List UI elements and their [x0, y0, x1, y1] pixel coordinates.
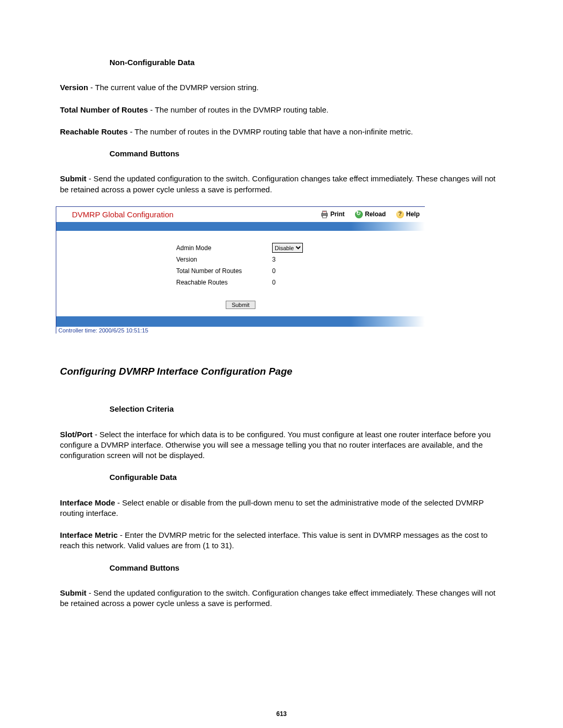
desc-slotport: - Select the interface for which data is…	[60, 430, 491, 460]
help-icon	[396, 211, 404, 218]
help-button[interactable]: Help	[396, 211, 420, 218]
para-interface-mode: Interface Mode - Select enable or disabl…	[60, 498, 503, 519]
para-reachable-routes: Reachable Routes - The number of routes …	[60, 127, 503, 137]
panel-statusbar: Controller time: 2000/6/25 10:51:15	[56, 327, 425, 334]
row-reachable-routes: Reachable Routes 0	[56, 277, 425, 288]
term-total-routes: Total Number of Routes	[60, 105, 148, 114]
reload-icon	[355, 211, 363, 218]
desc-interface-mode: - Select enable or disable from the pull…	[60, 498, 484, 517]
reload-label: Reload	[365, 211, 386, 218]
desc-interface-metric: - Enter the DVMRP metric for the selecte…	[60, 530, 487, 550]
admin-mode-select[interactable]: Disable	[272, 243, 303, 253]
print-icon	[321, 211, 328, 218]
para-submit-2: Submit - Send the updated configuration …	[60, 588, 503, 609]
value-total-routes: 0	[270, 267, 276, 275]
para-version: Version - The current value of the DVMRP…	[60, 82, 503, 93]
para-submit-1: Submit - Send the updated configuration …	[60, 174, 503, 195]
svg-rect-2	[322, 215, 326, 218]
heading-command-buttons-2: Command Buttons	[109, 563, 503, 573]
heading-selection-criteria: Selection Criteria	[109, 404, 503, 414]
term-interface-mode: Interface Mode	[60, 498, 115, 507]
term-submit-1: Submit	[60, 174, 87, 183]
para-slotport: Slot/Port - Select the interface for whi…	[60, 429, 503, 461]
desc-total-routes: - The number of routes in the DVMRP rout…	[148, 105, 328, 114]
panel-divider-top	[56, 222, 425, 231]
svg-rect-1	[322, 211, 326, 214]
desc-reachable-routes: - The number of routes in the DVMRP rout…	[128, 127, 413, 136]
desc-version: - The current value of the DVMRP version…	[88, 83, 259, 92]
term-interface-metric: Interface Metric	[60, 530, 118, 539]
panel-titlebar: DVMRP Global Configuration Print Reload …	[56, 206, 425, 222]
section-title-interface-config: Configuring DVMRP Interface Configuratio…	[60, 365, 503, 378]
value-version: 3	[270, 256, 276, 263]
row-version: Version 3	[56, 254, 425, 265]
term-submit-2: Submit	[60, 588, 87, 597]
panel-divider-bottom	[56, 316, 425, 327]
doc-text: Non-Configurable Data Version - The curr…	[60, 57, 503, 195]
para-interface-metric: Interface Metric - Enter the DVMRP metri…	[60, 530, 503, 551]
page-number: 613	[0, 710, 563, 718]
panel-body: Admin Mode Disable Version 3 Total Numbe…	[56, 231, 425, 316]
label-version: Version	[56, 256, 270, 263]
heading-nonconf-data: Non-Configurable Data	[109, 57, 503, 68]
print-label: Print	[331, 211, 345, 218]
term-reachable-routes: Reachable Routes	[60, 127, 128, 136]
heading-command-buttons-1: Command Buttons	[109, 149, 503, 159]
panel-title: DVMRP Global Configuration	[72, 210, 310, 219]
value-reachable-routes: 0	[270, 279, 276, 286]
heading-configurable-data: Configurable Data	[109, 472, 503, 483]
doc-text-lower: Configuring DVMRP Interface Configuratio…	[60, 365, 503, 609]
help-label: Help	[406, 211, 420, 218]
row-total-routes: Total Number of Routes 0	[56, 265, 425, 277]
label-admin-mode: Admin Mode	[56, 244, 270, 252]
desc-submit-2: - Send the updated configuration to the …	[60, 588, 495, 608]
desc-submit-1: - Send the updated configuration to the …	[60, 174, 495, 193]
dvmrp-global-config-panel: DVMRP Global Configuration Print Reload …	[56, 206, 425, 334]
submit-button[interactable]: Submit	[226, 301, 255, 309]
reload-button[interactable]: Reload	[355, 211, 386, 218]
row-admin-mode: Admin Mode Disable	[56, 242, 425, 254]
svg-rect-3	[323, 212, 326, 212]
label-reachable-routes: Reachable Routes	[56, 279, 270, 286]
term-version: Version	[60, 83, 88, 92]
label-total-routes: Total Number of Routes	[56, 267, 270, 275]
print-button[interactable]: Print	[321, 211, 345, 218]
para-total-routes: Total Number of Routes - The number of r…	[60, 105, 503, 115]
term-slotport: Slot/Port	[60, 430, 93, 439]
